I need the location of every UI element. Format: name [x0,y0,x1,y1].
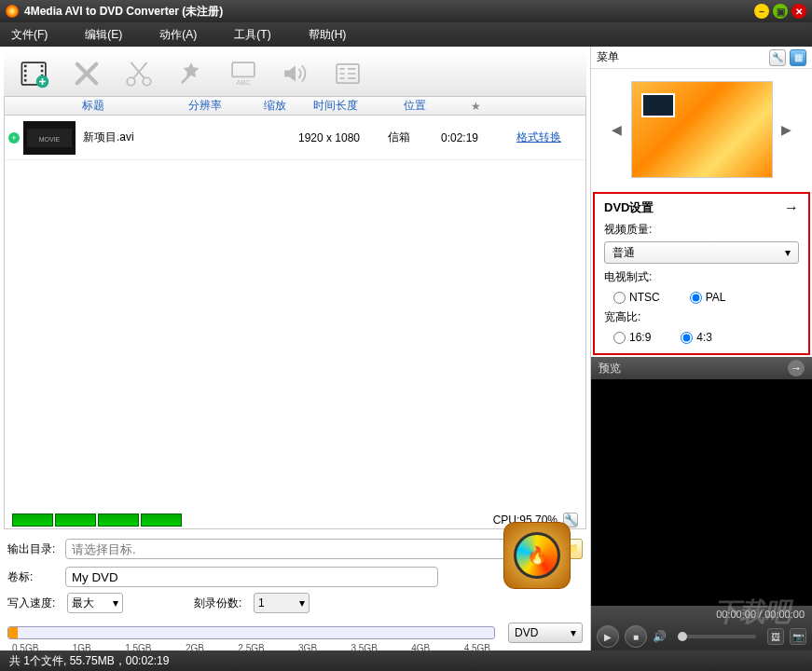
copies-label: 刻录份数: [194,596,246,611]
video-quality-label: 视频质量: [604,222,799,238]
output-label: 输出目录: [7,541,60,557]
minimize-button[interactable]: – [754,4,769,19]
disc-icon: 🔥 [514,532,560,579]
svg-point-10 [127,77,135,86]
menu-tools[interactable]: 工具(T) [234,27,270,43]
table-header: 标题 分辨率 缩放 时间长度 位置 ★ [4,97,586,116]
col-position[interactable]: 位置 [368,98,461,114]
app-logo-icon [6,5,19,18]
stop-button[interactable]: ■ [625,625,647,648]
burn-button[interactable]: 🔥 [503,522,571,589]
tv-mode-label: 电视制式: [604,269,799,285]
template-video-slot [641,93,675,117]
snapshot-button[interactable]: 🖼 [767,628,784,645]
menu-edit[interactable]: 编辑(E) [85,27,122,43]
audio-button[interactable] [272,53,319,94]
col-zoom[interactable]: 缩放 [247,98,303,114]
speed-label: 写入速度: [7,596,60,611]
add-file-button[interactable] [11,53,58,94]
prev-template-button[interactable]: ◀ [611,122,624,137]
size-ticks: 0.5GB1GB1.5GB2GB2.5GB3GB3.5GB4GB4.5GB [8,643,494,653]
copies-select[interactable]: 1▾ [254,593,310,613]
camera-button[interactable]: 📷 [790,628,806,645]
col-title[interactable]: 标题 [23,98,163,114]
col-resolution[interactable]: 分辨率 [163,98,247,114]
output-form: 输出目录: ▾ 📁 卷标: [0,529,590,593]
toolbar: ABC [4,50,586,97]
cpu-row: CPU:95.70% 🔧 [4,511,586,529]
svg-rect-1 [24,64,27,67]
effects-button[interactable] [168,53,214,94]
status-bar: 共 1个文件, 55.75MB，00:02:19 [0,650,812,671]
arrow-right-icon: → [791,362,802,375]
svg-rect-2 [24,69,27,72]
menu-action[interactable]: 动作(A) [159,27,197,43]
close-button[interactable]: ✕ [791,4,806,19]
menu-panel-title: 菜单 [597,49,619,65]
row-add-icon: + [8,132,20,144]
grid-icon: ▦ [794,52,803,62]
preview-header: 预览 → [591,357,812,379]
svg-text:ABC: ABC [236,77,251,86]
volume-icon [280,58,311,89]
menu-panel-header: 菜单 🔧 ▦ [591,47,812,69]
file-list: + 新项目.avi 1920 x 1080 信箱 0:02:19 格式转换 [4,116,586,511]
subtitle-button[interactable]: ABC [220,53,267,94]
maximize-button[interactable]: ▣ [773,4,788,19]
output-path-input[interactable] [65,539,530,559]
dvd-settings-panel: DVD设置 → 视频质量: 普通 ▾ 电视制式: NTSC PAL 宽高比: 1… [593,192,810,355]
video-quality-select[interactable]: 普通 ▾ [604,241,799,264]
svg-rect-12 [232,62,255,76]
disc-type-select[interactable]: DVD▾ [508,623,583,643]
cpu-bars [12,514,182,527]
delete-button[interactable] [63,53,110,94]
play-icon: ▶ [604,632,612,642]
menu-file[interactable]: 文件(F) [11,27,48,43]
star-wand-icon [175,58,207,89]
preview-expand-button[interactable]: → [788,360,805,377]
col-star[interactable]: ★ [461,100,489,113]
size-scale: 0.5GB1GB1.5GB2GB2.5GB3GB3.5GB4GB4.5GB DV… [0,619,590,650]
preview-timecode: 00:00:00 / 00:00:00 [716,609,805,620]
volume-icon[interactable]: 🔊 [653,630,667,643]
row-zoom: 信箱 [371,130,427,145]
window-title: 4Media AVI to DVD Converter (未注册) [24,4,750,20]
stop-icon: ■ [633,632,639,642]
film-add-icon [19,58,50,89]
status-text: 共 1个文件, 55.75MB，00:02:19 [9,653,169,669]
chevron-down-icon: ▾ [299,596,305,609]
cut-button[interactable] [116,53,162,94]
col-duration[interactable]: 时间长度 [303,98,368,114]
svg-rect-5 [41,64,44,67]
collapse-arrow-icon[interactable]: → [784,199,799,216]
chevron-down-icon: ▾ [785,246,791,259]
seek-slider[interactable] [678,635,756,638]
svg-point-11 [143,77,151,86]
volume-input[interactable] [65,567,438,587]
camera-icon: 📷 [792,632,804,642]
menu-tools-button[interactable]: 🔧 [769,49,786,66]
size-track[interactable]: 0.5GB1GB1.5GB2GB2.5GB3GB3.5GB4GB4.5GB [7,626,495,639]
row-format-link[interactable]: 格式转换 [516,130,561,144]
preview-title: 预览 [599,361,621,377]
radio-ntsc[interactable]: NTSC [613,291,660,304]
table-row[interactable]: + 新项目.avi 1920 x 1080 信箱 0:02:19 格式转换 [5,116,585,160]
size-used-bar [8,627,18,638]
radio-pal[interactable]: PAL [690,291,726,304]
radio-43[interactable]: 4:3 [681,331,712,344]
menu-help[interactable]: 帮助(H) [309,27,347,43]
scissors-icon [123,58,155,89]
radio-169[interactable]: 16:9 [613,331,651,344]
title-bar: 4Media AVI to DVD Converter (未注册) – ▣ ✕ [0,0,812,22]
menu-template-thumbnail[interactable] [631,81,773,178]
speed-select[interactable]: 最大▾ [67,593,123,613]
menu-template-preview: ◀ ▶ [591,69,812,190]
svg-rect-4 [24,78,27,81]
menu-grid-button[interactable]: ▦ [790,49,806,66]
list-icon [332,58,364,89]
next-template-button[interactable]: ▶ [780,122,793,137]
play-button[interactable]: ▶ [597,625,619,648]
wrench-icon: 🔧 [772,52,783,62]
preview-controls: 00:00:00 / 00:00:00 ▶ ■ 🔊 🖼 📷 [591,606,812,650]
chapter-button[interactable] [324,53,371,94]
